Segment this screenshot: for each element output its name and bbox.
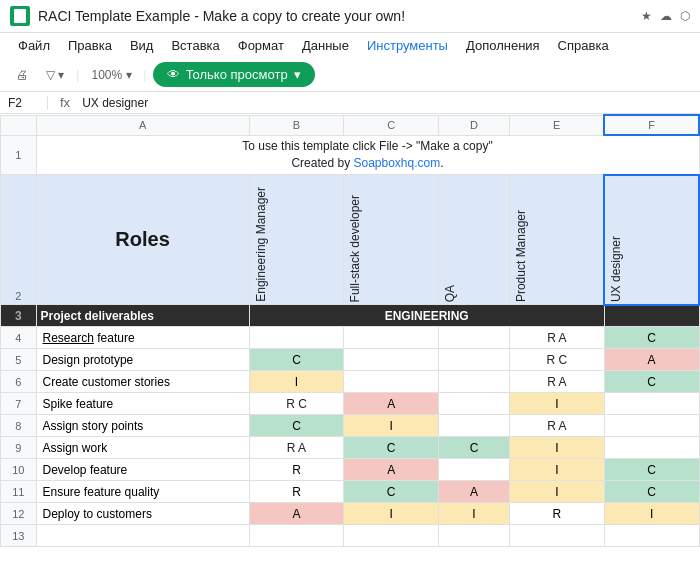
menu-file[interactable]: Файл bbox=[10, 35, 58, 56]
col-d-header-cell: QA bbox=[439, 175, 510, 305]
formula-bar: F2 fx UX designer bbox=[0, 92, 700, 114]
info-row: 1 To use this template click File -> "Ma… bbox=[1, 135, 700, 175]
print-button[interactable]: 🖨 bbox=[10, 64, 34, 86]
c11: C bbox=[344, 481, 439, 503]
spreadsheet-table: A B C D E F 1 To use this template click… bbox=[0, 114, 700, 547]
task-cell-13 bbox=[36, 525, 249, 547]
menu-help[interactable]: Справка bbox=[550, 35, 617, 56]
task-cell-8: Assign story points bbox=[36, 415, 249, 437]
f5: A bbox=[604, 349, 699, 371]
b5: C bbox=[249, 349, 344, 371]
f12: I bbox=[604, 503, 699, 525]
menu-view[interactable]: Вид bbox=[122, 35, 162, 56]
col-header-rownum bbox=[1, 115, 37, 135]
d7 bbox=[439, 393, 510, 415]
col-header-f[interactable]: F bbox=[604, 115, 699, 135]
e13 bbox=[510, 525, 605, 547]
col-e-header-cell: Product Manager bbox=[510, 175, 605, 305]
d9: C bbox=[439, 437, 510, 459]
b10: R bbox=[249, 459, 344, 481]
fx-icon: fx bbox=[54, 95, 76, 110]
d12: I bbox=[439, 503, 510, 525]
engineering-manager-label: Engineering Manager bbox=[254, 181, 268, 302]
menu-addons[interactable]: Дополнения bbox=[458, 35, 548, 56]
star-icon[interactable]: ★ bbox=[641, 9, 652, 23]
col-header-e[interactable]: E bbox=[510, 115, 605, 135]
roles-cell: Roles bbox=[36, 175, 249, 305]
drive-icon: ⬡ bbox=[680, 9, 690, 23]
menu-data[interactable]: Данные bbox=[294, 35, 357, 56]
cell-reference[interactable]: F2 bbox=[8, 96, 48, 110]
b7: R C bbox=[249, 393, 344, 415]
eye-icon: 👁 bbox=[167, 67, 180, 82]
c6 bbox=[344, 371, 439, 393]
task-cell-10: Develop feature bbox=[36, 459, 249, 481]
d11: A bbox=[439, 481, 510, 503]
menu-bar: Файл Правка Вид Вставка Формат Данные Ин… bbox=[0, 33, 700, 58]
c13 bbox=[344, 525, 439, 547]
b12: A bbox=[249, 503, 344, 525]
e8: R A bbox=[510, 415, 605, 437]
c4 bbox=[344, 327, 439, 349]
b9: R A bbox=[249, 437, 344, 459]
col-header-d[interactable]: D bbox=[439, 115, 510, 135]
task-cell-4: Research feature bbox=[36, 327, 249, 349]
sheets-logo bbox=[10, 6, 30, 26]
e11: I bbox=[510, 481, 605, 503]
filter-button[interactable]: ▽ ▾ bbox=[40, 64, 70, 86]
f7 bbox=[604, 393, 699, 415]
task-cell-7: Spike feature bbox=[36, 393, 249, 415]
f4: C bbox=[604, 327, 699, 349]
row-num-12: 12 bbox=[1, 503, 37, 525]
col-header-a[interactable]: A bbox=[36, 115, 249, 135]
view-only-button[interactable]: 👁 Только просмотр ▾ bbox=[153, 62, 315, 87]
table-row: 11 Ensure feature quality R C A I C bbox=[1, 481, 700, 503]
roles-row: 2 Roles Engineering Manager Full-stack d… bbox=[1, 175, 700, 305]
row-num-11: 11 bbox=[1, 481, 37, 503]
soapbox-link[interactable]: Soapboxhq.com bbox=[353, 156, 440, 170]
table-row: 12 Deploy to customers A I I R I bbox=[1, 503, 700, 525]
f13 bbox=[604, 525, 699, 547]
b11: R bbox=[249, 481, 344, 503]
menu-edit[interactable]: Правка bbox=[60, 35, 120, 56]
title-icons: ★ ☁ ⬡ bbox=[641, 9, 690, 23]
table-row: 10 Develop feature R A I C bbox=[1, 459, 700, 481]
c8: I bbox=[344, 415, 439, 437]
menu-format[interactable]: Формат bbox=[230, 35, 292, 56]
menu-tools[interactable]: Инструменты bbox=[359, 35, 456, 56]
b4 bbox=[249, 327, 344, 349]
e7: I bbox=[510, 393, 605, 415]
table-row: 5 Design prototype C R C A bbox=[1, 349, 700, 371]
qa-label: QA bbox=[443, 279, 457, 302]
d6 bbox=[439, 371, 510, 393]
f10: C bbox=[604, 459, 699, 481]
d4 bbox=[439, 327, 510, 349]
c9: C bbox=[344, 437, 439, 459]
row-num-3: 3 bbox=[1, 305, 37, 327]
zoom-button[interactable]: 100% ▾ bbox=[85, 64, 137, 86]
table-row: 7 Spike feature R C A I bbox=[1, 393, 700, 415]
e5: R C bbox=[510, 349, 605, 371]
c10: A bbox=[344, 459, 439, 481]
row-num-5: 5 bbox=[1, 349, 37, 371]
col-b-header-cell: Engineering Manager bbox=[249, 175, 344, 305]
title-bar: RACI Template Example - Make a copy to c… bbox=[0, 0, 700, 33]
table-row: 8 Assign story points C I R A bbox=[1, 415, 700, 437]
menu-insert[interactable]: Вставка bbox=[163, 35, 227, 56]
col-header-b[interactable]: B bbox=[249, 115, 344, 135]
row-num-9: 9 bbox=[1, 437, 37, 459]
document-title: RACI Template Example - Make a copy to c… bbox=[38, 8, 641, 24]
c12: I bbox=[344, 503, 439, 525]
project-deliverables-label: Project deliverables bbox=[36, 305, 249, 327]
row-num-1: 1 bbox=[1, 135, 37, 175]
d10 bbox=[439, 459, 510, 481]
product-manager-label: Product Manager bbox=[514, 204, 528, 302]
task-cell-5: Design prototype bbox=[36, 349, 249, 371]
dropdown-arrow-icon: ▾ bbox=[294, 67, 301, 82]
section-header-row: 3 Project deliverables ENGINEERING bbox=[1, 305, 700, 327]
col-header-c[interactable]: C bbox=[344, 115, 439, 135]
info-cell: To use this template click File -> "Make… bbox=[36, 135, 699, 175]
cloud-icon: ☁ bbox=[660, 9, 672, 23]
column-header-row: A B C D E F bbox=[1, 115, 700, 135]
task-cell-11: Ensure feature quality bbox=[36, 481, 249, 503]
